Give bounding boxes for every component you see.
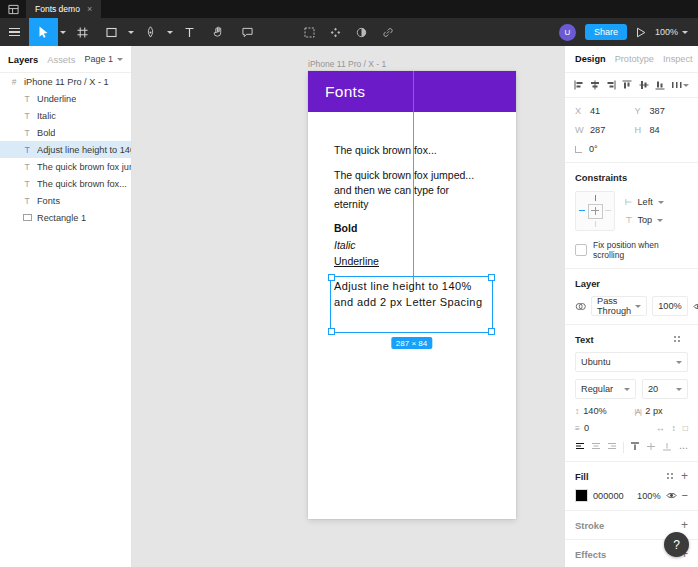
align-top-icon[interactable]	[622, 80, 632, 90]
checkbox-icon[interactable]	[575, 244, 587, 256]
vertical-align-middle-icon[interactable]	[646, 442, 656, 453]
constraint-bottom-tick[interactable]	[595, 221, 596, 227]
layer-visibility-eye-icon[interactable]	[693, 301, 698, 312]
layer-row-frame[interactable]: # iPhone 11 Pro / X - 1	[0, 73, 131, 90]
hand-tool-button[interactable]	[204, 18, 233, 46]
y-field[interactable]: Y387	[635, 106, 689, 116]
constraint-right-tick[interactable]	[605, 210, 611, 211]
share-button[interactable]: Share	[585, 24, 627, 40]
frame-name-label[interactable]: iPhone 11 Pro / X - 1	[308, 59, 386, 69]
text-align-right-icon[interactable]	[607, 442, 617, 453]
page-selector[interactable]: Page 1	[84, 54, 123, 64]
pen-tool-dropdown[interactable]	[165, 18, 175, 46]
tab-design[interactable]: Design	[575, 54, 606, 64]
align-right-icon[interactable]	[606, 80, 616, 90]
figma-logo-icon[interactable]	[0, 0, 26, 18]
blend-mode-select[interactable]: Pass Through	[591, 296, 647, 316]
text-align-left-icon[interactable]	[575, 442, 585, 453]
create-component-button[interactable]	[330, 27, 341, 38]
layer-row[interactable]: T Underline	[0, 90, 131, 107]
constraints-widget[interactable]	[575, 191, 615, 231]
blend-mode-icon[interactable]	[575, 301, 586, 312]
frame-tool-button[interactable]	[68, 18, 97, 46]
font-weight-select[interactable]: Regular	[575, 379, 636, 399]
align-left-icon[interactable]	[574, 80, 584, 90]
help-button[interactable]: ?	[664, 532, 689, 557]
edit-object-button[interactable]	[304, 27, 315, 38]
resize-handle[interactable]	[488, 328, 495, 335]
layer-row[interactable]: T Bold	[0, 124, 131, 141]
resize-handle[interactable]	[328, 274, 335, 281]
fill-color-swatch[interactable]	[575, 489, 588, 502]
text-align-center-icon[interactable]	[591, 442, 601, 453]
line-height-field[interactable]: ↕140%	[575, 406, 629, 416]
tab-close-icon[interactable]: ×	[87, 4, 92, 14]
align-vertical-center-icon[interactable]	[639, 80, 649, 90]
align-horizontal-center-icon[interactable]	[590, 80, 600, 90]
fix-position-row[interactable]: Fix position when scrolling	[575, 240, 688, 260]
text-layer-underline[interactable]: Underline	[334, 254, 379, 269]
zoom-control[interactable]: 100%	[655, 27, 688, 37]
shape-tool-button[interactable]	[97, 18, 126, 46]
layer-row[interactable]: T Italic	[0, 107, 131, 124]
tab-prototype[interactable]: Prototype	[615, 54, 654, 64]
frame-title-text[interactable]: Fonts	[325, 83, 365, 101]
resize-handle[interactable]	[328, 328, 335, 335]
letter-spacing-field[interactable]: |A|2 px	[635, 406, 689, 416]
fixed-size-icon[interactable]: □	[683, 423, 688, 433]
constraint-top-tick[interactable]	[595, 195, 596, 201]
pen-tool-button[interactable]	[136, 18, 165, 46]
present-button[interactable]	[636, 27, 646, 38]
use-as-mask-button[interactable]	[356, 27, 367, 38]
canvas[interactable]: iPhone 11 Pro / X - 1 Fonts The quick br…	[131, 46, 565, 567]
file-tab[interactable]: Fonts demo ×	[26, 0, 101, 18]
tab-inspect[interactable]: Inspect	[663, 54, 693, 64]
layer-row[interactable]: T The quick brown fox...	[0, 175, 131, 192]
frame-header-rect[interactable]: Fonts	[308, 71, 516, 112]
more-text-options-icon[interactable]: ⋯	[679, 443, 688, 453]
main-menu-button[interactable]	[0, 18, 29, 46]
text-layer-bold[interactable]: Bold	[334, 221, 357, 236]
tab-layers[interactable]: Layers	[8, 54, 38, 65]
auto-width-icon[interactable]: ↔	[656, 423, 665, 433]
link-button[interactable]	[382, 27, 394, 38]
vertical-align-top-icon[interactable]	[630, 442, 640, 453]
text-layer-paragraph1[interactable]: The quick brown fox...	[334, 143, 437, 158]
font-family-select[interactable]: Ubuntu	[575, 352, 688, 372]
vertical-constraint-select[interactable]: ⊤ Top	[625, 215, 688, 225]
layer-row[interactable]: Rectangle 1	[0, 209, 131, 226]
text-tool-button[interactable]	[175, 18, 204, 46]
constraint-left-tick[interactable]	[579, 210, 585, 211]
text-layer-paragraph2[interactable]: The quick brown fox jumped... and then w…	[334, 168, 482, 212]
vertical-align-bottom-icon[interactable]	[662, 442, 672, 453]
x-field[interactable]: X41	[575, 106, 629, 116]
remove-fill-button[interactable]: −	[682, 490, 688, 501]
distribute-more-icon[interactable]	[671, 80, 689, 90]
fill-visibility-eye-icon[interactable]	[666, 490, 677, 501]
selection-box[interactable]: Adjust line height to 140% and add 2 px …	[330, 276, 493, 333]
layer-row[interactable]: T The quick brown fox jumped.....	[0, 158, 131, 175]
add-fill-button[interactable]: +	[681, 470, 688, 482]
shape-tool-dropdown[interactable]	[126, 18, 136, 46]
width-field[interactable]: W287	[575, 125, 629, 135]
device-frame[interactable]: Fonts The quick brown fox... The quick b…	[308, 71, 516, 519]
font-size-field[interactable]: 20	[642, 379, 688, 399]
align-bottom-icon[interactable]	[655, 80, 665, 90]
auto-height-icon[interactable]: ↕	[672, 423, 676, 433]
paragraph-spacing-field[interactable]: ≡0	[575, 423, 629, 433]
layer-row-selected[interactable]: T Adjust line height to 140% an...	[0, 141, 131, 158]
text-layer-italic[interactable]: Italic	[334, 238, 356, 253]
move-tool-dropdown[interactable]	[58, 18, 68, 46]
move-tool-button[interactable]	[29, 18, 58, 46]
text-options-icon[interactable]	[673, 335, 681, 343]
horizontal-constraint-select[interactable]: ⊢ Left	[625, 197, 688, 207]
fill-hex-field[interactable]: 000000	[593, 491, 624, 501]
fill-opacity-field[interactable]: 100%	[637, 491, 661, 501]
fill-options-icon[interactable]	[666, 472, 674, 480]
rotation-field[interactable]: 0°	[575, 144, 629, 154]
comment-tool-button[interactable]	[233, 18, 262, 46]
avatar[interactable]: U	[559, 24, 576, 41]
selected-text-layer[interactable]: Adjust line height to 140% and add 2 px …	[331, 277, 492, 310]
add-stroke-button[interactable]: +	[681, 519, 688, 531]
layer-opacity-field[interactable]: 100%	[652, 296, 688, 316]
